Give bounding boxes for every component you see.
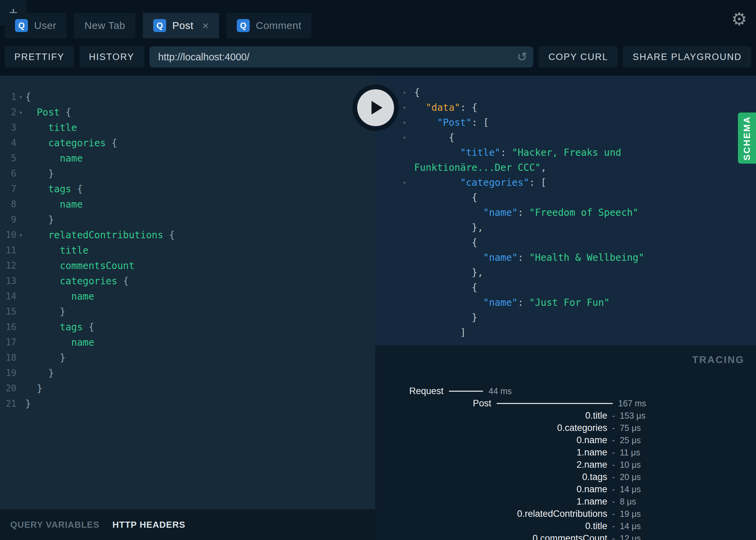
http-headers-toggle[interactable]: HTTP HEADERS — [113, 520, 186, 530]
result-code: { — [414, 190, 477, 205]
line-number: 19 — [0, 365, 16, 381]
reload-icon[interactable]: ↺ — [517, 50, 527, 64]
line-number: 17 — [0, 335, 16, 350]
fold-arrow-icon[interactable]: ▾ — [16, 105, 25, 120]
query-code: } — [25, 365, 54, 381]
fold-spacer — [16, 381, 25, 396]
trace-label: 1.name — [375, 496, 607, 507]
fold-spacer — [16, 396, 25, 411]
tab-post[interactable]: QPost× — [143, 13, 219, 38]
fold-spacer — [16, 319, 25, 335]
query-line: 1▾{ — [0, 89, 375, 105]
result-code: "Post": [ — [414, 115, 489, 130]
fold-spacer — [403, 220, 414, 235]
query-line: 20 } — [0, 381, 375, 396]
query-code: } — [25, 212, 54, 227]
line-number: 20 — [0, 381, 16, 396]
query-line: 15 } — [0, 304, 375, 319]
line-number: 8 — [0, 197, 16, 212]
trace-row: 0.relatedContributions-19 μs — [375, 508, 756, 520]
line-number: 9 — [0, 212, 16, 227]
trace-dash: - — [612, 496, 615, 507]
result-line: { — [375, 235, 756, 250]
trace-time: 153 μs — [620, 411, 646, 421]
trace-rows: Request44 msPost167 ms0.title-153 μs0.ca… — [375, 385, 756, 540]
tab-new-tab[interactable]: New Tab — [74, 13, 135, 38]
copy-curl-button[interactable]: COPY CURL — [539, 46, 617, 68]
tracing-title[interactable]: TRACING — [692, 354, 744, 365]
fold-arrow-icon[interactable]: ▾ — [16, 89, 25, 105]
endpoint-url-input[interactable] — [149, 46, 534, 68]
query-code: relatedContributions { — [25, 227, 175, 243]
query-code: title — [25, 120, 77, 135]
execute-query-button[interactable] — [352, 85, 399, 131]
query-line: 11 title — [0, 243, 375, 258]
fold-arrow-icon[interactable]: ▾ — [16, 227, 25, 243]
trace-row: 0.tags-20 μs — [375, 471, 756, 483]
line-number: 12 — [0, 258, 16, 273]
tab-user[interactable]: QUser — [5, 13, 67, 38]
trace-dash: - — [612, 521, 615, 531]
query-editor-lines: 1▾{2▾ Post {3 title4 categories {5 name6… — [0, 89, 375, 411]
query-badge-icon: Q — [237, 19, 250, 32]
close-tab-icon[interactable]: × — [202, 20, 209, 31]
trace-time: 19 μs — [620, 509, 641, 519]
trace-time: 11 μs — [620, 448, 640, 457]
query-line: 9 } — [0, 212, 375, 227]
schema-tab-label: SCHEMA — [742, 116, 752, 161]
query-line: 21} — [0, 396, 375, 411]
tab-comment[interactable]: QComment — [227, 13, 312, 38]
trace-row: 0.title-153 μs — [375, 409, 756, 422]
fold-spacer — [16, 151, 25, 166]
fold-spacer — [16, 335, 25, 350]
result-code: { — [414, 85, 420, 100]
query-variables-toggle[interactable]: QUERY VARIABLES — [10, 520, 100, 530]
prettify-button[interactable]: PRETTIFY — [5, 46, 74, 68]
trace-label: 0.commentsCount — [375, 533, 607, 540]
line-number: 14 — [0, 289, 16, 304]
trace-label: 0.title — [375, 410, 607, 421]
fold-spacer — [16, 304, 25, 319]
share-playground-button[interactable]: SHARE PLAYGROUND — [623, 46, 751, 68]
history-button[interactable]: HISTORY — [79, 46, 144, 68]
result-code: "name": "Just For Fun" — [414, 295, 610, 310]
fold-spacer — [16, 350, 25, 365]
trace-dash: - — [612, 423, 615, 433]
line-number: 3 — [0, 120, 16, 135]
query-code: } — [25, 381, 43, 396]
trace-dash: - — [612, 472, 615, 482]
trace-row: 1.name-11 μs — [375, 446, 756, 459]
fold-spacer — [403, 250, 414, 265]
query-badge-icon: Q — [15, 19, 28, 32]
result-line: "name": "Just For Fun" — [375, 295, 756, 310]
trace-dash: - — [612, 509, 615, 519]
fold-spacer — [403, 235, 414, 250]
fold-arrow-icon[interactable]: ▾ — [403, 85, 414, 100]
line-number: 4 — [0, 135, 16, 151]
query-line: 8 name — [0, 197, 375, 212]
main-panes: 1▾{2▾ Post {3 title4 categories {5 name6… — [0, 76, 756, 540]
fold-arrow-icon[interactable]: ▾ — [403, 115, 414, 130]
fold-spacer — [403, 205, 414, 220]
trace-row: Request44 ms — [375, 385, 756, 397]
line-number: 15 — [0, 304, 16, 319]
query-code: } — [25, 396, 31, 411]
query-editor[interactable]: 1▾{2▾ Post {3 title4 categories {5 name6… — [0, 76, 375, 509]
line-number: 5 — [0, 151, 16, 166]
fold-spacer — [16, 243, 25, 258]
response-pane: ▾{▾ "data": {▾ "Post": [▾ { "title": "Ha… — [375, 76, 756, 345]
line-number: 16 — [0, 319, 16, 335]
query-code: Post { — [25, 105, 71, 120]
fold-arrow-icon[interactable]: ▾ — [403, 175, 414, 190]
schema-tab[interactable]: SCHEMA — [738, 112, 756, 164]
query-line: 7 tags { — [0, 181, 375, 197]
settings-gear-icon[interactable]: ⚙ — [731, 9, 747, 29]
fold-arrow-icon[interactable]: ▾ — [403, 130, 414, 145]
trace-label: 0.tags — [375, 472, 607, 482]
trace-row: 0.title-14 μs — [375, 520, 756, 532]
trace-label: 0.categories — [375, 423, 607, 433]
trace-row: 2.name-10 μs — [375, 459, 756, 471]
trace-time: 20 μs — [620, 472, 641, 482]
trace-label: 0.name — [375, 435, 607, 446]
fold-arrow-icon[interactable]: ▾ — [403, 100, 414, 115]
